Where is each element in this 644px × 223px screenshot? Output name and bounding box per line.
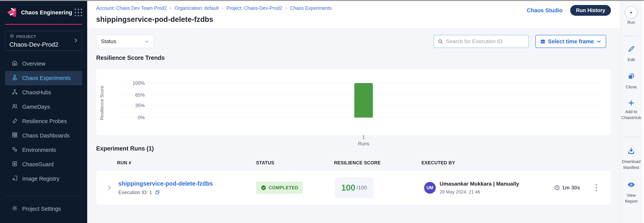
chaos-engineering-logo-icon <box>6 6 18 19</box>
column-header-status: STATUS <box>256 160 334 165</box>
edit-icon[interactable] <box>627 45 635 53</box>
avatar: UM <box>424 182 436 194</box>
app-title: Chaos Engineering <box>21 9 72 16</box>
sidebar-item-chaoshubs[interactable]: ChaosHubs <box>5 85 82 100</box>
edit-label: Edit <box>620 57 642 63</box>
x-axis-title: Runs <box>354 141 373 147</box>
sidebar-item-overview[interactable]: Overview <box>5 57 82 71</box>
hexagons-icon <box>12 146 18 154</box>
download-manifest-label: Download Manifest <box>620 159 642 170</box>
run-button[interactable] <box>625 6 638 19</box>
project-selector[interactable]: PROJECT Chaos-Dev-Prod2 <box>5 31 82 51</box>
app-switcher-grid-icon[interactable] <box>74 9 82 16</box>
action-rail: Run Edit Clone Add to ChaosHub Download … <box>620 1 642 223</box>
resilience-score-value: 100 <box>341 183 355 192</box>
probe-icon <box>12 117 18 125</box>
registry-icon <box>12 175 18 183</box>
clone-label: Clone <box>620 84 642 90</box>
chaos-studio-link[interactable]: Chaos Studio <box>527 7 562 14</box>
search-icon <box>438 39 443 44</box>
resilience-score-box: 100 /100 <box>335 177 373 198</box>
y-tick: 35% <box>135 103 145 108</box>
people-icon <box>12 103 18 111</box>
content: Status Select time frame <box>87 28 620 223</box>
breadcrumb-separator: › <box>222 5 224 11</box>
resilience-score-chart: Resilience Score 100% 65% 35% 0% 1 Runs <box>96 69 611 135</box>
home-icon <box>12 60 18 68</box>
y-tick: 100% <box>132 80 145 86</box>
column-header-executed-by: EXECUTED BY <box>422 160 611 165</box>
search-input[interactable] <box>446 38 525 45</box>
flask-icon <box>12 74 18 82</box>
project-name: Chaos-Dev-Prod2 <box>9 41 78 48</box>
rail-divider <box>622 137 640 137</box>
plot-area: 100% 65% 35% 0% 1 Runs <box>122 83 602 118</box>
breadcrumb-project-link[interactable]: Project: Chaos-Dev-Prod2 <box>226 5 282 11</box>
sidebar-item-gamedays[interactable]: GameDays <box>5 100 82 114</box>
copy-icon[interactable] <box>155 190 160 195</box>
sidebar-divider <box>5 196 82 196</box>
add-to-chaoshub-icon plus-icon[interactable] <box>627 99 635 107</box>
run-name-link[interactable]: shippingservice-pod-delete-fzdbs <box>118 180 213 187</box>
sidebar-item-chaos-experiments[interactable]: Chaos Experiments <box>5 71 82 85</box>
breadcrumb-account-link[interactable]: Account: Chaos Dev Team Prod2 <box>96 5 167 11</box>
sidebar-item-image-registry[interactable]: Image Registry <box>5 172 82 186</box>
left-sidebar: Chaos Engineering PROJECT Chaos-Dev-Prod… <box>0 1 87 223</box>
breadcrumb-separator: › <box>170 5 172 11</box>
run-label: Run <box>620 19 642 25</box>
expand-row-chevron-icon[interactable] <box>106 184 112 191</box>
add-to-chaoshub-label: Add to ChaosHub <box>620 109 642 121</box>
page: Chaos Engineering PROJECT Chaos-Dev-Prod… <box>0 0 644 223</box>
sidebar-item-project-settings[interactable]: Project Settings <box>5 202 82 216</box>
execution-id: Execution ID: 1 <box>118 189 152 195</box>
scrollbar[interactable] <box>642 1 644 223</box>
dashboard-icon <box>12 132 18 140</box>
runs-table-header: RUN # STATUS RESILIENCE SCORE EXECUTED B… <box>96 160 611 165</box>
view-report-label: View Report <box>620 192 642 204</box>
sidebar-nav: Overview Chaos Experiments ChaosHubs Gam… <box>0 57 87 186</box>
sidebar-item-environments[interactable]: Environments <box>5 143 82 157</box>
time-frame-button[interactable]: Select time frame <box>536 35 606 48</box>
search-box <box>434 35 529 48</box>
experiment-runs-heading: Experiment Runs (1) <box>96 145 611 152</box>
resilience-score-total: /100 <box>356 185 367 191</box>
chevron-right-icon <box>73 38 78 44</box>
play-icon <box>629 10 634 15</box>
main-header: Account: Chaos Dev Team Prod2 › Organiza… <box>87 1 620 28</box>
cube-icon <box>9 34 14 40</box>
status-badge: COMPLETED <box>256 182 303 194</box>
hub-icon <box>12 89 18 96</box>
y-tick: 0% <box>138 115 145 121</box>
resilience-score-bar[interactable] <box>354 83 373 118</box>
chart-title: Resilience Score Trends <box>96 54 611 61</box>
download-manifest-icon download-icon[interactable] <box>627 147 636 155</box>
clock-icon <box>554 185 560 191</box>
sidebar-item-resilience-probes[interactable]: Resilience Probes <box>5 114 82 129</box>
breadcrumb-organization-link[interactable]: Organization: default <box>174 5 219 11</box>
lock-icon <box>12 161 18 168</box>
brand-underline <box>5 24 82 25</box>
filters-row: Status Select time frame <box>96 35 611 48</box>
chevron-down-icon <box>596 39 602 44</box>
run-duration: 1m 30s <box>554 185 580 191</box>
column-header-resilience-score: RESILIENCE SCORE <box>334 160 422 165</box>
check-circle-icon <box>260 185 266 191</box>
view-report-icon eye-icon[interactable] <box>627 180 636 189</box>
clone-icon[interactable] <box>627 72 635 80</box>
gear-icon <box>12 205 18 213</box>
breadcrumb-chaos-experiments-link[interactable]: Chaos Experiments <box>290 5 332 11</box>
row-menu-kebab-icon[interactable] <box>594 183 598 192</box>
run-history-button[interactable]: Run History <box>570 5 611 16</box>
project-label: PROJECT <box>16 35 36 39</box>
sidebar-item-chaosguard[interactable]: ChaosGuard <box>5 157 82 172</box>
calendar-icon <box>540 39 546 44</box>
column-header-run: RUN # <box>96 160 256 165</box>
table-row: shippingservice-pod-delete-fzdbs Executi… <box>96 171 611 205</box>
x-category-label: 1 <box>354 134 373 140</box>
executed-at: 28 May 2024, 21:46 <box>440 189 519 195</box>
chevron-down-icon <box>144 39 150 44</box>
sidebar-item-chaos-dashboards[interactable]: Chaos Dashboards <box>5 129 82 143</box>
status-filter-dropdown[interactable]: Status <box>96 35 154 48</box>
executed-by-name: Umasankar Mukkara | Manually <box>440 181 519 187</box>
main-area: Account: Chaos Dev Team Prod2 › Organiza… <box>87 1 620 223</box>
